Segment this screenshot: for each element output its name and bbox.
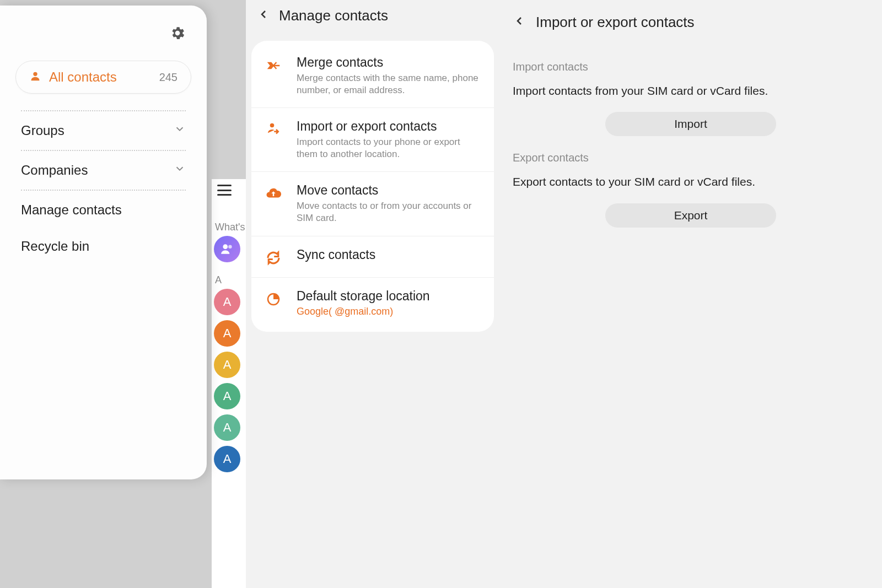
- hamburger-icon[interactable]: [217, 185, 232, 196]
- drawer-item-companies[interactable]: Companies: [21, 151, 186, 190]
- recycle-label: Recycle bin: [21, 239, 89, 254]
- export-section-label: Export contacts: [513, 152, 869, 164]
- section-label-whats: What's: [215, 222, 245, 233]
- drawer-item-manage[interactable]: Manage contacts: [21, 191, 186, 229]
- manage-contacts-screen: Manage contacts Merge contacts Merge con…: [246, 0, 499, 588]
- import-section-label: Import contacts: [513, 61, 869, 73]
- manage-label: Manage contacts: [21, 202, 122, 218]
- navigation-drawer: All contacts 245 Groups Companies Manage…: [0, 6, 207, 479]
- all-contacts-pill[interactable]: All contacts 245: [15, 61, 191, 94]
- import-export-title: Import or export contacts: [536, 14, 695, 31]
- row-move-contacts[interactable]: Move contacts Move contacts to or from y…: [251, 171, 494, 235]
- import-export-title: Import or export contacts: [297, 119, 483, 134]
- contact-avatar[interactable]: A: [214, 289, 240, 315]
- chevron-down-icon: [174, 163, 186, 178]
- manage-title: Manage contacts: [279, 7, 388, 24]
- svg-point-0: [223, 244, 228, 249]
- contact-avatar[interactable]: A: [214, 414, 240, 441]
- contact-avatar[interactable]: A: [214, 446, 240, 472]
- chevron-down-icon: [174, 123, 186, 138]
- move-title: Move contacts: [297, 183, 483, 198]
- contact-avatar[interactable]: A: [214, 352, 240, 378]
- move-desc: Move contacts to or from your accounts o…: [297, 200, 483, 224]
- storage-sub: Google( @gmail.com): [297, 306, 483, 317]
- back-icon[interactable]: [257, 8, 270, 23]
- svg-point-3: [270, 123, 275, 128]
- contacts-drawer-screen: What's A All contacts 245 Groups Compani…: [0, 0, 246, 588]
- contact-avatar[interactable]: A: [214, 383, 240, 409]
- svg-point-2: [33, 72, 37, 76]
- profile-avatar[interactable]: [214, 236, 240, 262]
- row-merge-contacts[interactable]: Merge contacts Merge contacts with the s…: [251, 44, 494, 107]
- all-contacts-label: All contacts: [49, 69, 159, 85]
- drawer-item-groups[interactable]: Groups: [21, 111, 186, 150]
- gear-icon[interactable]: [169, 25, 186, 44]
- cloud-upload-icon: [262, 183, 284, 224]
- row-sync-contacts[interactable]: Sync contacts: [251, 236, 494, 277]
- all-contacts-count: 245: [159, 71, 178, 84]
- manage-header: Manage contacts: [246, 0, 499, 31]
- companies-label: Companies: [21, 163, 88, 178]
- person-icon: [29, 70, 41, 84]
- export-button[interactable]: Export: [605, 203, 776, 228]
- merge-icon: [262, 55, 284, 96]
- merge-desc: Merge contacts with the same name, phone…: [297, 72, 483, 96]
- import-export-screen: Import or export contacts Import contact…: [499, 0, 882, 588]
- row-import-export[interactable]: Import or export contacts Import contact…: [251, 107, 494, 171]
- import-description: Import contacts from your SIM card or vC…: [513, 83, 869, 99]
- section-label-a: A: [215, 274, 222, 286]
- row-default-storage[interactable]: Default storage location Google( @gmail.…: [251, 277, 494, 328]
- sync-title: Sync contacts: [297, 247, 483, 262]
- svg-point-1: [228, 245, 232, 249]
- drawer-item-recycle[interactable]: Recycle bin: [21, 229, 186, 263]
- import-export-desc: Import contacts to your phone or export …: [297, 136, 483, 160]
- merge-title: Merge contacts: [297, 55, 483, 70]
- import-button[interactable]: Import: [605, 112, 776, 136]
- import-export-icon: [262, 119, 284, 160]
- contact-avatar[interactable]: A: [214, 320, 240, 347]
- storage-title: Default storage location: [297, 289, 483, 304]
- import-export-header: Import or export contacts: [499, 0, 882, 44]
- export-description: Export contacts to your SIM card or vCar…: [513, 174, 869, 190]
- storage-icon: [262, 289, 284, 317]
- back-icon[interactable]: [513, 14, 526, 30]
- groups-label: Groups: [21, 123, 64, 138]
- sync-icon: [262, 247, 284, 266]
- manage-options-card: Merge contacts Merge contacts with the s…: [251, 41, 494, 332]
